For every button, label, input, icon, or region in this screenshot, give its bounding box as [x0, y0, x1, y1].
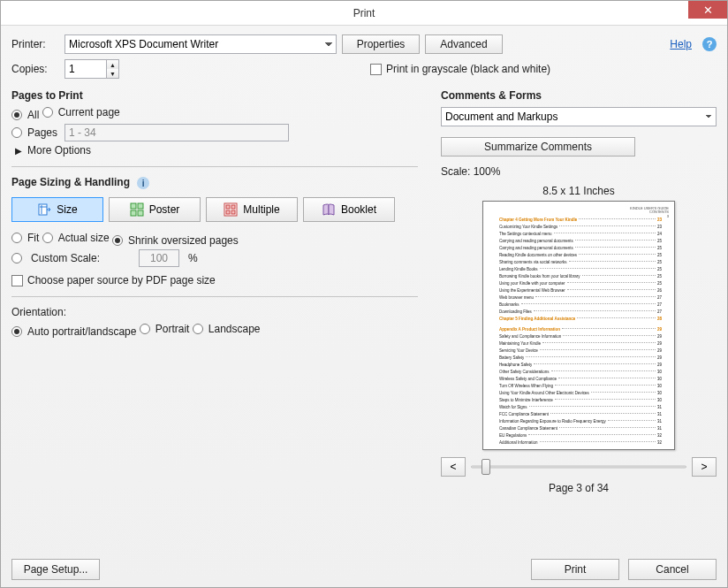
toc-line: Additional Information32: [499, 440, 662, 447]
radio-current[interactable]: Current page: [42, 103, 120, 121]
tab-booklet[interactable]: Booklet: [303, 197, 395, 222]
more-options-expander[interactable]: ▶ More Options: [15, 141, 418, 159]
summarize-comments-button[interactable]: Summarize Comments: [441, 137, 635, 157]
radio-actual[interactable]: Actual size: [42, 229, 110, 247]
booklet-icon: [322, 202, 336, 217]
copies-row: Copies: ▲ ▼ Print in grayscale (black an…: [11, 59, 717, 79]
copies-input[interactable]: [65, 60, 106, 78]
toc-line: Carrying and reading personal documents2…: [499, 239, 662, 246]
sizing-heading: Page Sizing & Handling: [11, 176, 130, 188]
tab-poster-label: Poster: [149, 203, 180, 216]
toc-line: Watch for Signs31: [499, 405, 662, 412]
dialog-body: Printer: Microsoft XPS Document Writer P…: [1, 26, 727, 587]
radio-landscape-label: Landscape: [209, 323, 261, 335]
comments-select[interactable]: Document and Markups: [441, 107, 717, 126]
choose-source-checkbox[interactable]: Choose paper source by PDF page size: [11, 274, 216, 286]
radio-shrink[interactable]: Shrink oversized pages: [112, 232, 239, 249]
toc-line: Using Your Kindle Around Other Electroni…: [499, 391, 662, 398]
radio-pages[interactable]: Pages: [11, 124, 57, 141]
toc-line: Canadian Compliance Statement31: [499, 426, 662, 433]
page-slider[interactable]: [471, 457, 686, 477]
pages-range-input[interactable]: [64, 124, 289, 141]
svg-rect-2: [138, 203, 143, 209]
copies-spinner[interactable]: ▲ ▼: [64, 59, 119, 79]
radio-all-label: All: [27, 109, 39, 121]
preview-page: KINDLE USER'S GUIDE CONTENTS 3 Chapter 4…: [482, 201, 675, 450]
prev-page-button[interactable]: <: [441, 457, 466, 477]
svg-rect-4: [138, 210, 143, 216]
svg-rect-3: [131, 210, 136, 216]
toc-line: Information Regarding Exposure to Radio …: [499, 419, 662, 426]
size-icon: [37, 202, 51, 217]
radio-icon: [193, 324, 203, 334]
radio-icon: [42, 107, 53, 118]
poster-icon: [130, 202, 144, 217]
radio-landscape[interactable]: Landscape: [193, 320, 261, 338]
tab-poster[interactable]: Poster: [109, 197, 201, 222]
svg-rect-9: [231, 210, 235, 214]
close-button[interactable]: ✕: [688, 1, 727, 19]
properties-button[interactable]: Properties: [342, 34, 420, 54]
tab-multiple-label: Multiple: [243, 203, 279, 216]
toc-line: Carrying and reading personal documents2…: [499, 246, 662, 253]
toc-line: Maintaining Your Kindle29: [499, 341, 662, 348]
dialog-footer: Page Setup... Print Cancel: [11, 550, 717, 580]
radio-icon: [112, 235, 123, 246]
cancel-button[interactable]: Cancel: [628, 559, 717, 580]
pages-heading: Pages to Print: [11, 89, 418, 102]
help-link[interactable]: Help: [670, 38, 692, 50]
grayscale-checkbox[interactable]: Print in grayscale (black and white): [370, 63, 550, 75]
radio-auto-orientation[interactable]: Auto portrait/landscape: [11, 323, 136, 340]
page-setup-button[interactable]: Page Setup...: [11, 559, 100, 580]
toc-line: Headphone Safety29: [499, 363, 662, 370]
expand-right-icon: ▶: [15, 146, 22, 156]
checkbox-icon: [11, 275, 23, 286]
toc-line: Servicing Your Device29: [499, 348, 662, 355]
svg-rect-0: [39, 204, 47, 215]
toc-line: Steps to Minimize Interference30: [499, 398, 662, 405]
radio-current-label: Current page: [58, 106, 120, 118]
printer-select[interactable]: Microsoft XPS Document Writer: [64, 34, 337, 54]
custom-scale-pct: %: [188, 252, 198, 264]
printer-label: Printer:: [11, 38, 59, 50]
more-options-label: More Options: [27, 144, 91, 157]
radio-auto-label: Auto portrait/landscape: [27, 325, 136, 338]
radio-pages-label: Pages: [27, 126, 57, 139]
radio-fit[interactable]: Fit: [11, 229, 39, 247]
toc-line: EU Regulations32: [499, 433, 662, 440]
titlebar: Print ✕: [1, 1, 727, 26]
toc-line: Sharing comments via social networks25: [499, 260, 662, 267]
toc-line: Reading Kindle documents on other device…: [499, 253, 662, 260]
radio-all[interactable]: All: [11, 106, 39, 124]
svg-rect-6: [226, 205, 230, 209]
help-icon[interactable]: ?: [702, 37, 717, 51]
toc-line: Other Safety Considerations30: [499, 370, 662, 377]
toc-line: Using your Kindle with your computer25: [499, 281, 662, 288]
info-icon[interactable]: i: [137, 177, 149, 189]
page-sizing-section: Page Sizing & Handling i Size: [11, 176, 418, 297]
toc-line: Bookmarks27: [499, 302, 662, 309]
print-dialog: Print ✕ Printer: Microsoft XPS Document …: [0, 0, 728, 588]
tab-multiple[interactable]: Multiple: [206, 197, 298, 222]
slider-thumb[interactable]: [482, 459, 490, 475]
print-button[interactable]: Print: [531, 559, 619, 580]
toc-line: Borrowing Kindle books from your local l…: [499, 274, 662, 281]
tab-size[interactable]: Size: [11, 197, 103, 222]
copies-up-icon[interactable]: ▲: [106, 60, 118, 69]
radio-custom-scale[interactable]: Custom Scale: %: [11, 249, 198, 267]
radio-portrait[interactable]: Portrait: [140, 320, 190, 338]
page-header: KINDLE USER'S GUIDE CONTENTS 3: [630, 207, 669, 218]
toc-line: Turn Off Wireless When Flying30: [499, 384, 662, 391]
advanced-button[interactable]: Advanced: [425, 34, 503, 54]
copies-down-icon[interactable]: ▼: [106, 69, 118, 78]
toc-line: Battery Safety29: [499, 355, 662, 363]
next-page-button[interactable]: >: [692, 457, 717, 477]
toc-line: Using the Experimental Web Browser26: [499, 288, 662, 295]
choose-source-label: Choose paper source by PDF page size: [27, 274, 216, 286]
custom-scale-input[interactable]: [139, 249, 179, 267]
radio-fit-label: Fit: [27, 232, 39, 244]
tab-booklet-label: Booklet: [341, 203, 376, 216]
print-preview: 8.5 x 11 Inches KINDLE USER'S GUIDE CONT…: [441, 185, 717, 550]
radio-icon: [11, 110, 22, 120]
toc-line: Lending Kindle Books25: [499, 267, 662, 274]
